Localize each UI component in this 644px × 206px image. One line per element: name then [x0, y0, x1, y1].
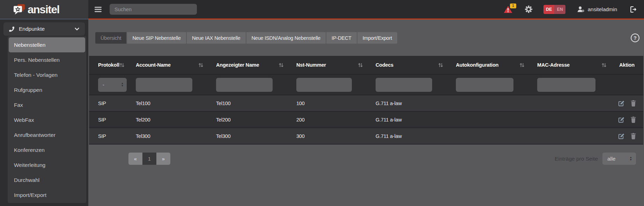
tab-neue-isdn-analog-nebenstelle[interactable]: Neue ISDN/Analog Nebenstelle [246, 32, 327, 44]
tab-bar: Übersicht Neue SIP Nebenstelle Neue IAX … [95, 32, 397, 44]
column-header-nst-nummer[interactable]: Nst-Nummer [287, 56, 367, 74]
sidebar-item-import-export[interactable]: Import/Export [9, 187, 85, 203]
sidebar-item-label: Rufgruppen [14, 87, 42, 93]
trash-icon [630, 116, 636, 123]
sidebar-item-nebenstellen[interactable]: Nebenstellen [9, 37, 85, 52]
pagination: « 1 » [128, 153, 170, 165]
logo-text: ansitel [28, 4, 59, 15]
settings-button[interactable] [525, 6, 532, 13]
filter-codecs-input[interactable] [376, 78, 432, 92]
logout-button[interactable] [630, 6, 637, 13]
column-header-protokoll[interactable]: Protokoll [89, 56, 127, 74]
cell-angezeigter-name: Tel100 [207, 101, 287, 106]
filter-mac-adresse-input[interactable] [537, 78, 595, 92]
edit-icon [618, 133, 625, 140]
tab-neue-iax-nebenstelle[interactable]: Neue IAX Nebenstelle [187, 32, 246, 44]
column-label: Angezeigter Name [216, 62, 259, 68]
search-input[interactable] [110, 4, 197, 15]
cell-protokoll: SIP [89, 133, 127, 139]
cell-nst-nummer: 100 [287, 101, 367, 106]
sidebar-item-webfax[interactable]: WebFax [9, 112, 85, 127]
help-icon[interactable]: ? [631, 34, 639, 42]
lang-en-button[interactable]: EN [554, 5, 565, 14]
filter-account-name-input[interactable] [136, 78, 192, 92]
filter-angezeigter-name-input[interactable] [216, 78, 273, 92]
column-header-mac-adresse[interactable]: MAC-Adresse [528, 56, 610, 74]
column-header-autokonfiguration[interactable]: Autokonfiguration [447, 56, 528, 74]
tab-neue-sip-nebenstelle[interactable]: Neue SIP Nebenstelle [127, 32, 186, 44]
page-size-value: alle [607, 156, 615, 162]
column-label: Aktion [619, 62, 635, 68]
trash-icon [630, 100, 636, 106]
cell-protokoll: SIP [89, 101, 127, 106]
cell-angezeigter-name: Tel300 [207, 133, 287, 139]
phone-icon [9, 27, 14, 32]
sidebar-item-anrufbeantworter[interactable]: Anrufbeantworter [9, 127, 85, 142]
pagination-prev-button[interactable]: « [128, 153, 142, 165]
filter-autokonfiguration-input[interactable] [456, 78, 513, 92]
page-size-control: Einträge pro Seite alle ▲▼ [555, 153, 636, 165]
column-header-angezeigter-name[interactable]: Angezeigter Name [207, 56, 287, 74]
filter-nst-nummer-input[interactable] [296, 78, 352, 92]
sidebar-item-label: Pers. Nebenstellen [14, 57, 60, 63]
column-label: Codecs [376, 62, 393, 68]
sidebar-item-telefon-vorlagen[interactable]: Telefon - Vorlagen [9, 67, 85, 82]
sidebar-section-endpunkte[interactable]: Endpunkte [3, 22, 85, 36]
sidebar-section-label: Endpunkte [19, 26, 45, 32]
delete-button[interactable] [630, 116, 636, 123]
tab-uebersicht[interactable]: Übersicht [95, 32, 127, 44]
tab-import-export[interactable]: Import/Export [357, 32, 397, 44]
edit-icon [618, 100, 625, 107]
tab-ip-dect[interactable]: IP-DECT [326, 32, 357, 44]
hamburger-icon [95, 7, 102, 12]
pagination-page-1-button[interactable]: 1 [142, 153, 156, 165]
protokoll-filter-select[interactable]: - ▲▼ [98, 78, 127, 92]
sidebar-item-label: Anrufbeantworter [14, 132, 55, 138]
app-logo[interactable]: ansitel [13, 3, 59, 15]
sidebar-item-weiterleitung[interactable]: Weiterleitung [9, 157, 85, 172]
sidebar-item-rufgruppen[interactable]: Rufgruppen [9, 82, 85, 97]
pagination-next-button[interactable]: » [156, 153, 170, 165]
alerts-button[interactable]: 1 [504, 6, 512, 13]
delete-button[interactable] [630, 100, 636, 106]
cell-account-name: Tel200 [127, 117, 207, 123]
table-row: SIP Tel100 Tel100 100 G.711 a-law [89, 95, 643, 112]
table-filter-row: - ▲▼ [89, 75, 643, 95]
edit-button[interactable] [618, 100, 625, 107]
sidebar: Endpunkte Nebenstellen Pers. Nebenstelle… [0, 20, 88, 206]
sort-icon [119, 63, 125, 67]
edit-button[interactable] [618, 133, 625, 140]
select-caret-icon: ▲▼ [121, 82, 124, 87]
table-row: SIP Tel300 Tel300 300 G.711 a-law [89, 128, 643, 145]
cell-aktion [610, 116, 643, 123]
sidebar-item-label: Konferenzen [14, 147, 45, 153]
column-header-codecs[interactable]: Codecs [367, 56, 447, 74]
column-header-account-name[interactable]: Account-Name [127, 56, 207, 74]
alerts-count-badge: 1 [510, 3, 516, 8]
sort-icon [438, 63, 443, 67]
column-label: Autokonfiguration [456, 62, 498, 68]
topbar-actions: 1 DE EN [504, 5, 637, 14]
sort-icon [198, 63, 203, 67]
column-label: MAC-Adresse [537, 62, 570, 68]
cell-codecs: G.711 a-law [367, 117, 447, 123]
lang-de-button[interactable]: DE [543, 5, 554, 14]
page-size-label: Einträge pro Seite [555, 156, 598, 162]
cell-aktion [610, 100, 643, 107]
protokoll-filter-value: - [103, 82, 104, 88]
page-size-select[interactable]: alle ▲▼ [602, 153, 636, 165]
menu-toggle-button[interactable] [95, 7, 102, 12]
sidebar-item-fax[interactable]: Fax [9, 97, 85, 112]
main-content: Übersicht Neue SIP Nebenstelle Neue IAX … [88, 20, 644, 206]
delete-button[interactable] [630, 133, 636, 139]
user-menu[interactable]: ansiteladmin [577, 6, 617, 12]
language-switcher: DE EN [543, 5, 565, 14]
table-header-row: Protokoll Account-Name Angezeigter Name … [89, 56, 643, 75]
sidebar-item-pers-nebenstellen[interactable]: Pers. Nebenstellen [9, 52, 85, 67]
sidebar-item-durchwahl[interactable]: Durchwahl [9, 172, 85, 187]
trash-icon [630, 133, 636, 139]
edit-button[interactable] [618, 116, 625, 123]
sidebar-item-label: Telefon - Vorlagen [14, 72, 58, 78]
sidebar-item-konferenzen[interactable]: Konferenzen [9, 142, 85, 157]
gear-icon [525, 6, 532, 13]
